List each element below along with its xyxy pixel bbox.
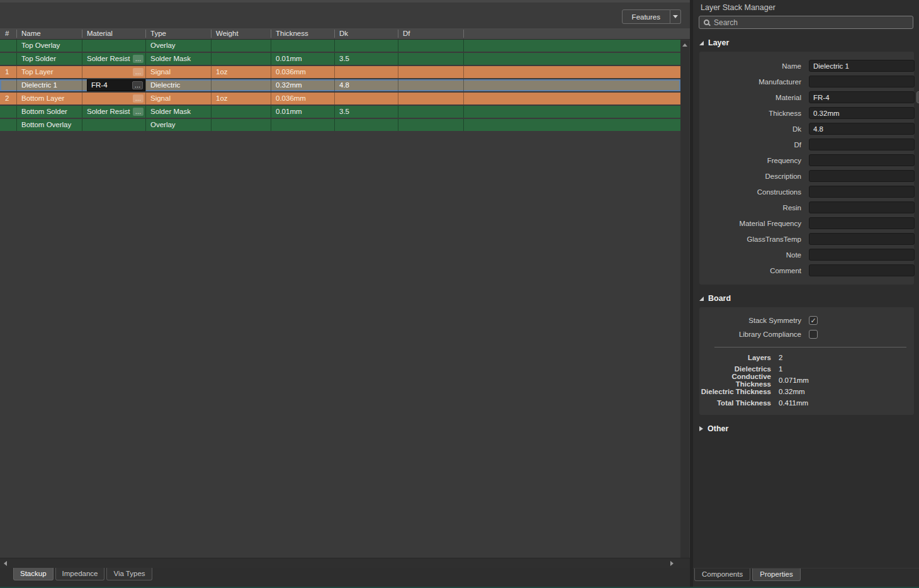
cell-index[interactable] [0,106,16,118]
vertical-scrollbar[interactable] [680,40,689,565]
material-browse-button[interactable]: … [133,108,144,116]
cell-thickness[interactable]: 0.036mm [271,93,334,105]
cell-material[interactable]: Solder Resist … [82,106,145,118]
cell-weight[interactable] [211,106,271,118]
cell-name[interactable]: Dielectric 1 [16,79,82,91]
cell-thickness[interactable]: 0.01mm [271,106,334,118]
stack-symmetry-checkbox[interactable]: ✓ [809,316,818,325]
layer-row-top-solder[interactable]: Top Solder Solder Resist … Solder Mask 0… [0,53,680,65]
material-browse-button[interactable]: … [916,91,919,103]
cell-type[interactable]: Overlay [145,40,211,52]
cell-dk[interactable] [334,40,398,52]
cell-thickness[interactable]: 0.32mm [271,79,334,91]
note-input[interactable] [809,249,915,261]
cell-name[interactable]: Top Layer [16,66,82,78]
cell-dk[interactable]: 3.5 [334,106,398,118]
section-header-board[interactable]: Board [693,294,919,303]
thickness-input[interactable] [809,107,915,119]
cell-name[interactable]: Top Solder [16,53,82,65]
scroll-left-icon[interactable] [4,561,7,566]
cell-type[interactable]: Overlay [145,119,211,131]
material-browse-button[interactable]: … [133,94,144,103]
layer-row-bottom-overlay[interactable]: Bottom Overlay Overlay [0,119,680,131]
resin-input[interactable] [809,201,915,213]
cell-dk[interactable] [334,93,398,105]
tab-properties[interactable]: Properties [752,568,800,581]
cell-index[interactable] [0,79,16,91]
cell-type[interactable]: Signal [145,93,211,105]
scroll-up-icon[interactable] [682,43,687,47]
cell-material[interactable] [82,40,145,52]
features-button-label[interactable]: Features [622,9,670,24]
cell-type[interactable]: Signal [145,66,211,78]
library-compliance-checkbox[interactable] [809,330,818,339]
cell-df[interactable] [398,79,463,91]
cell-name[interactable]: Bottom Overlay [16,119,82,131]
layer-row-dielectric-1-selected[interactable]: Dielectric 1 FR-4 … Dielectric 0.32mm 4.… [0,79,680,91]
column-header-df[interactable]: Df [398,28,463,39]
search-box[interactable] [699,16,913,29]
frequency-input[interactable] [809,154,915,166]
search-input[interactable] [714,18,908,27]
cell-material[interactable] [82,119,145,131]
cell-material[interactable]: FR-4 … [82,79,145,91]
cell-material[interactable]: … [82,93,145,105]
cell-df[interactable] [398,106,463,118]
cell-dk[interactable]: 3.5 [334,53,398,65]
cell-weight[interactable] [211,79,271,91]
glasstranstemp-input[interactable] [809,233,915,245]
cell-weight[interactable]: 1oz [211,93,271,105]
cell-df[interactable] [398,40,463,52]
tab-components[interactable]: Components [694,568,750,581]
layer-row-bottom-layer[interactable]: 2 Bottom Layer … Signal 1oz 0.036mm [0,93,680,105]
column-header-dk[interactable]: Dk [334,28,398,39]
cell-df[interactable] [398,119,463,131]
cell-df[interactable] [398,93,463,105]
tab-via-types[interactable]: Via Types [106,568,152,580]
cell-df[interactable] [398,66,463,78]
cell-index[interactable]: 1 [0,66,16,78]
cell-material[interactable]: Solder Resist … [82,53,145,65]
cell-name[interactable]: Bottom Solder [16,106,82,118]
name-input[interactable] [809,60,915,72]
layer-row-top-layer[interactable]: 1 Top Layer … Signal 1oz 0.036mm [0,66,680,78]
column-header-name[interactable]: Name [16,28,82,39]
cell-type[interactable]: Solder Mask [145,106,211,118]
cell-weight[interactable] [211,119,271,131]
cell-thickness[interactable] [271,119,334,131]
cell-dk[interactable] [334,66,398,78]
cell-thickness[interactable] [271,40,334,52]
column-header-type[interactable]: Type [145,28,211,39]
cell-type[interactable]: Solder Mask [145,53,211,65]
section-header-layer[interactable]: Layer [693,38,919,47]
cell-thickness[interactable]: 0.036mm [271,66,334,78]
layer-row-bottom-solder[interactable]: Bottom Solder Solder Resist … Solder Mas… [0,106,680,118]
scroll-right-icon[interactable] [670,561,674,566]
column-header-thickness[interactable]: Thickness [271,28,334,39]
cell-index[interactable] [0,119,16,131]
horizontal-scrollbar[interactable] [0,558,690,568]
column-header-weight[interactable]: Weight [211,28,271,39]
material-frequency-input[interactable] [809,217,915,229]
material-browse-button[interactable]: … [133,55,144,63]
layer-row-top-overlay[interactable]: Top Overlay Overlay [0,40,680,52]
description-input[interactable] [809,170,915,182]
cell-df[interactable] [398,53,463,65]
cell-index[interactable] [0,53,16,65]
features-dropdown-button[interactable] [670,9,681,24]
dk-input[interactable] [809,123,915,135]
section-header-other[interactable]: Other [693,424,919,433]
cell-thickness[interactable]: 0.01mm [271,53,334,65]
manufacturer-input[interactable] [809,76,915,88]
df-input[interactable] [809,139,915,150]
constructions-input[interactable] [809,186,915,198]
cell-weight[interactable]: 1oz [211,66,271,78]
cell-name[interactable]: Bottom Layer [16,93,82,105]
column-header-index[interactable]: # [0,28,16,39]
column-header-material[interactable]: Material [82,28,145,39]
cell-index[interactable] [0,40,16,52]
cell-weight[interactable] [211,53,271,65]
cell-index[interactable]: 2 [0,93,16,105]
cell-name[interactable]: Top Overlay [16,40,82,52]
features-button[interactable]: Features [622,9,681,24]
